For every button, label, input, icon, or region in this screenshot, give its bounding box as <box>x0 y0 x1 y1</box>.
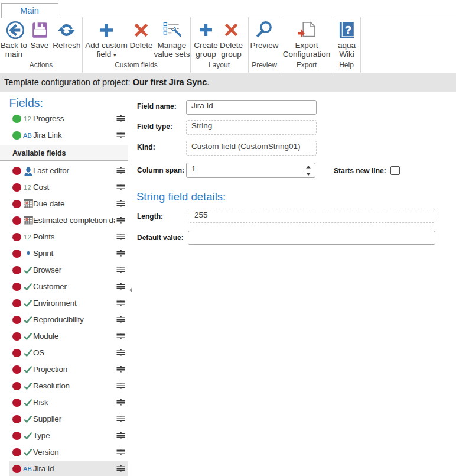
svg-text:?: ? <box>345 24 351 35</box>
